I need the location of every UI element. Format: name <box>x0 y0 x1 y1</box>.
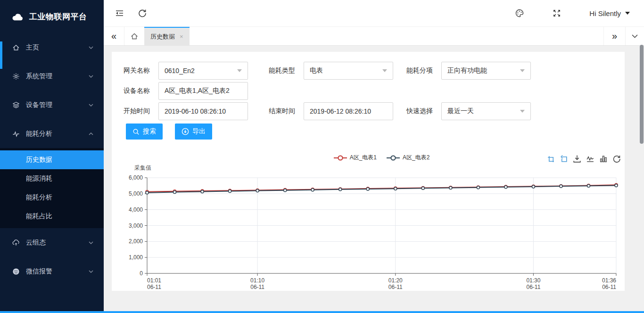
end-time-label: 结束时间 <box>269 107 304 115</box>
theme-palette-icon[interactable] <box>515 8 524 18</box>
sidebar-item-energy-consumption[interactable]: 能源消耗 <box>0 169 104 188</box>
restore-icon[interactable] <box>612 155 621 163</box>
end-time-input[interactable]: 2019-06-12 08:26:10 <box>304 102 393 120</box>
device-name-input[interactable]: A区_电表1,A区_电表2 <box>158 82 248 100</box>
svg-text:01:10: 01:10 <box>250 277 264 284</box>
form-actions: 搜索 导出 <box>126 124 625 140</box>
gateway-name-label: 网关名称 <box>124 66 158 75</box>
energy-subitem-value: 正向有功电能 <box>447 66 520 75</box>
page-scrollbar-thumb[interactable] <box>640 45 644 144</box>
export-button[interactable]: 导出 <box>175 124 212 140</box>
app-logo: 工业物联网平台 <box>0 0 104 26</box>
zoom-reset-icon[interactable] <box>560 155 568 163</box>
sidebar-item-cloud-configuration[interactable]: 云组态 <box>0 228 104 257</box>
sidebar-item-label: 微信报警 <box>26 267 52 276</box>
sidebar-item-home[interactable]: 主页 <box>0 33 104 62</box>
svg-text:0: 0 <box>140 270 143 277</box>
legend-marker-icon <box>333 155 347 161</box>
sidebar-menu: 主页 系统管理 <box>0 33 104 286</box>
device-name-value: A区_电表1,A区_电表2 <box>165 87 242 95</box>
pulse-icon <box>12 130 20 138</box>
chevron-down-icon <box>89 270 93 273</box>
gateway-name-select[interactable]: 0610_En2 <box>158 62 248 80</box>
quick-select-value: 最近一天 <box>447 107 520 115</box>
wechat-icon <box>12 268 20 275</box>
legend-label: A区_电表2 <box>403 154 429 162</box>
energy-type-select[interactable]: 电表 <box>304 62 393 80</box>
tabs-menu-button[interactable] <box>625 27 644 45</box>
top-header: Hi Silently <box>104 0 644 26</box>
submenu-item-label: 历史数据 <box>26 156 52 164</box>
sidebar-item-consumption-ratio[interactable]: 能耗占比 <box>0 207 104 226</box>
caret-down-icon <box>625 12 630 15</box>
home-icon <box>12 44 20 51</box>
tab-bar-spacer <box>190 27 603 45</box>
legend-label: A区_电表1 <box>350 154 377 162</box>
svg-text:06-11: 06-11 <box>527 284 541 290</box>
header-actions: Hi Silently <box>515 8 630 18</box>
save-image-icon[interactable] <box>573 155 581 163</box>
quick-select-select[interactable]: 最近一天 <box>441 102 531 120</box>
user-name: Hi Silently <box>589 9 621 17</box>
sidebar-item-label: 设备管理 <box>26 101 52 109</box>
sidebar-item-label: 能耗分析 <box>26 130 52 138</box>
sidebar-item-consumption-analysis[interactable]: 能耗分析 <box>0 188 104 207</box>
sidebar-item-system-management[interactable]: 系统管理 <box>0 62 104 91</box>
energy-subitem-select[interactable]: 正向有功电能 <box>441 62 531 80</box>
export-button-label: 导出 <box>192 127 206 136</box>
gateway-name-value: 0610_En2 <box>165 67 237 74</box>
chevron-down-icon <box>89 75 93 78</box>
svg-text:3,000: 3,000 <box>129 222 143 229</box>
tab-history-data[interactable]: 历史数据 × <box>144 27 190 45</box>
tab-home[interactable] <box>124 27 144 45</box>
end-time-value: 2019-06-12 08:26:10 <box>310 107 387 115</box>
energy-subitem-label: 能耗分项 <box>406 66 441 75</box>
chevron-down-icon <box>89 241 93 244</box>
svg-text:5,000: 5,000 <box>129 190 143 197</box>
select-arrow-icon <box>382 69 387 72</box>
search-button[interactable]: 搜索 <box>126 124 163 140</box>
sidebar-item-wechat-alarm[interactable]: 微信报警 <box>0 257 104 286</box>
cloud-upload-icon <box>12 239 20 247</box>
sidebar: 工业物联网平台 主页 系统管理 <box>0 0 104 311</box>
history-line-chart[interactable]: 01,0002,0003,0004,0005,0006,00001:0106-1… <box>112 171 625 291</box>
start-time-value: 2019-06-10 08:26:10 <box>165 107 242 115</box>
select-arrow-icon <box>520 69 525 72</box>
sidebar-item-history-data[interactable]: 历史数据 <box>0 150 104 169</box>
sidebar-item-energy-analysis[interactable]: 能耗分析 <box>0 119 104 148</box>
sidebar-item-label: 云组态 <box>26 239 46 247</box>
search-button-label: 搜索 <box>143 127 156 136</box>
area-zoom-icon[interactable] <box>546 155 555 163</box>
fullscreen-icon[interactable] <box>553 9 561 17</box>
double-chevron-left-icon: « <box>111 31 116 41</box>
history-data-panel: 网关名称 0610_En2 能耗类型 电表 <box>112 52 625 291</box>
legend-marker-icon <box>386 155 400 161</box>
double-chevron-right-icon: » <box>612 31 617 41</box>
svg-text:4,000: 4,000 <box>129 206 143 213</box>
svg-text:06-11: 06-11 <box>602 284 616 290</box>
tabs-scroll-right-button[interactable]: » <box>603 27 625 45</box>
sidebar-item-device-management[interactable]: 设备管理 <box>0 91 104 119</box>
main-area: Hi Silently « 历史数据 × » <box>104 0 644 313</box>
quick-select-label: 快速选择 <box>406 107 441 115</box>
chevron-down-icon <box>89 104 93 107</box>
refresh-icon[interactable] <box>138 9 147 17</box>
submenu-item-label: 能源消耗 <box>26 174 52 183</box>
gear-icon <box>12 73 20 80</box>
logo-cloud-icon <box>10 12 25 22</box>
legend-item-meter1[interactable]: A区_电表1 <box>333 154 377 162</box>
menu-fold-icon[interactable] <box>115 9 124 17</box>
energy-analysis-submenu: 历史数据 能源消耗 能耗分析 能耗占比 <box>0 148 104 228</box>
start-time-input[interactable]: 2019-06-10 08:26:10 <box>158 102 248 120</box>
legend-item-meter2[interactable]: A区_电表2 <box>386 154 429 162</box>
user-menu[interactable]: Hi Silently <box>589 9 630 17</box>
chevron-up-icon <box>89 132 93 135</box>
tab-close-icon[interactable]: × <box>180 33 183 40</box>
content-area: 网关名称 0610_En2 能耗类型 电表 <box>104 46 644 311</box>
sidebar-item-label: 系统管理 <box>26 72 52 81</box>
switch-line-chart-icon[interactable] <box>586 155 594 163</box>
tab-bar: « 历史数据 × » <box>104 26 644 46</box>
sidebar-scroll-indicator <box>0 41 2 69</box>
tabs-scroll-left-button[interactable]: « <box>104 27 124 45</box>
switch-bar-chart-icon[interactable] <box>599 155 608 163</box>
